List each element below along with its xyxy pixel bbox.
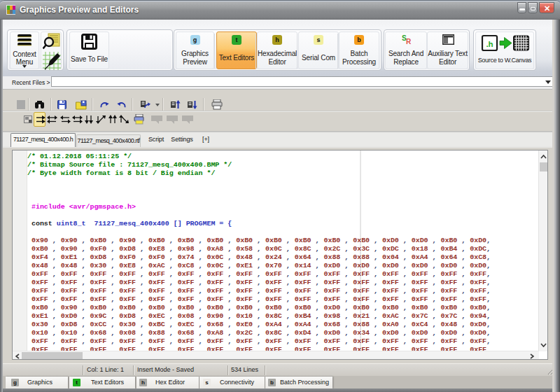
svg-text:.h: .h — [486, 40, 493, 48]
